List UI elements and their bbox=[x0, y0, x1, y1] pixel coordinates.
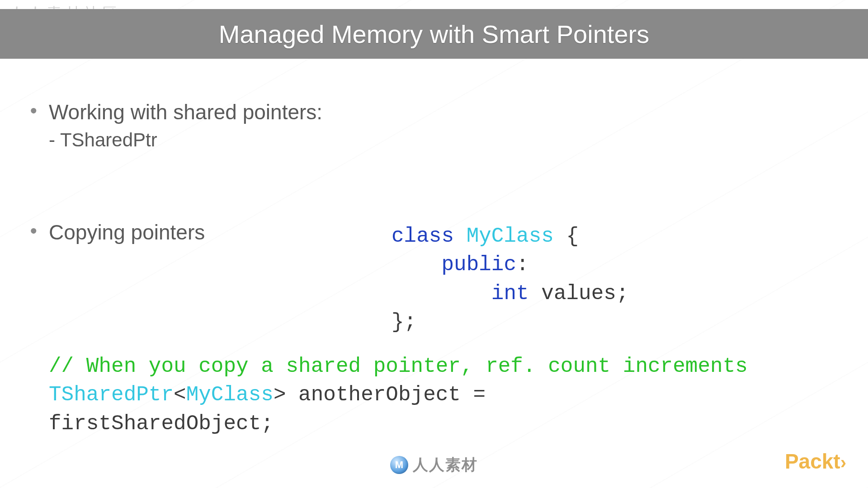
keyword-public: public bbox=[441, 253, 516, 277]
colon: : bbox=[516, 253, 529, 277]
code-comment: // When you copy a shared pointer, ref. … bbox=[49, 355, 748, 378]
code-line: int values; bbox=[392, 280, 629, 308]
bullet-item-1: Working with shared pointers: - TSharedP… bbox=[49, 99, 868, 152]
code-copy-example: // When you copy a shared pointer, ref. … bbox=[49, 352, 748, 438]
code-line: public: bbox=[392, 251, 629, 279]
footer-icon: M bbox=[390, 456, 408, 474]
bullet-sub-1: - TSharedPtr bbox=[49, 128, 868, 152]
footer-center-text: 人人素材 bbox=[413, 455, 478, 475]
brace-close: }; bbox=[392, 310, 416, 334]
type-tsharedptr: TSharedPtr bbox=[49, 383, 174, 407]
slide-title: Managed Memory with Smart Pointers bbox=[219, 19, 649, 49]
code-line: }; bbox=[392, 308, 629, 337]
bullet-text-2: Copying pointers bbox=[49, 221, 205, 244]
type-name: MyClass bbox=[467, 225, 554, 248]
type-param: MyClass bbox=[186, 383, 274, 407]
brand-angle-icon: › bbox=[840, 452, 846, 472]
brace-open: { bbox=[554, 225, 579, 248]
indent bbox=[392, 282, 491, 305]
assign-expr: anotherObject = bbox=[286, 383, 498, 407]
footer-icon-letter: M bbox=[395, 459, 403, 471]
keyword-class: class bbox=[392, 225, 454, 248]
keyword-int: int bbox=[491, 282, 529, 305]
expr-continued: firstSharedObject; bbox=[49, 412, 274, 436]
footer-center: M 人人素材 bbox=[0, 455, 868, 475]
angle-close: > bbox=[274, 383, 286, 407]
content-area: Working with shared pointers: - TSharedP… bbox=[0, 90, 868, 488]
angle-open: < bbox=[174, 383, 186, 407]
indent bbox=[392, 253, 441, 277]
var-decl: values; bbox=[529, 282, 629, 305]
code-class-definition: class MyClass { public: int values; }; bbox=[392, 222, 629, 337]
brand-text: Packt bbox=[785, 450, 840, 473]
slide: 人人素材社区 Managed Memory with Smart Pointer… bbox=[0, 0, 868, 488]
code-line: class MyClass { bbox=[392, 222, 629, 251]
title-bar: Managed Memory with Smart Pointers bbox=[0, 9, 868, 59]
bullet-text-1: Working with shared pointers: bbox=[49, 100, 322, 124]
brand-logo: Packt› bbox=[785, 449, 846, 474]
